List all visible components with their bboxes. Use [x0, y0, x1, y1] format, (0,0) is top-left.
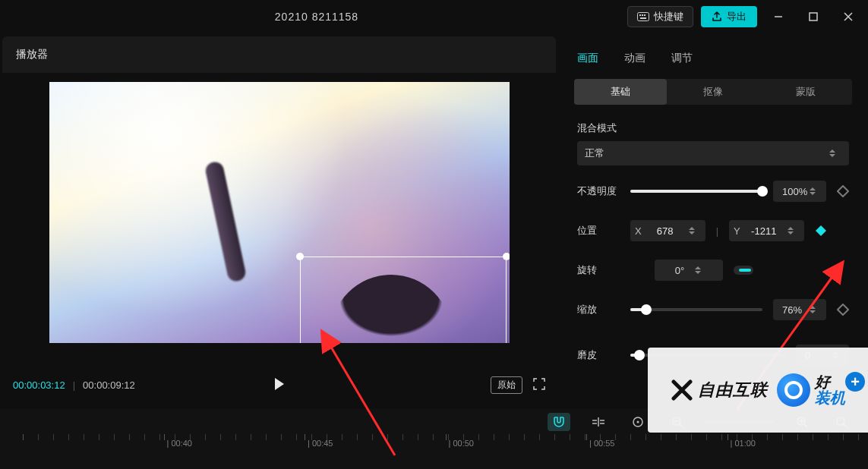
- export-button[interactable]: 导出: [701, 6, 757, 27]
- position-keyframe[interactable]: [815, 225, 827, 237]
- shortcuts-label: 快捷键: [654, 10, 683, 24]
- watermark-logo-icon: [777, 373, 810, 407]
- opacity-label: 不透明度: [577, 184, 620, 198]
- fullscreen-icon: [533, 378, 545, 390]
- tab-adjust[interactable]: 调节: [671, 52, 693, 65]
- stepper-icon[interactable]: [810, 184, 822, 198]
- minimize-button[interactable]: [765, 6, 792, 27]
- inspector-subtabs: 基础 抠像 蒙版: [574, 79, 852, 105]
- opacity-slider[interactable]: [630, 190, 762, 193]
- magnet-tool[interactable]: [548, 413, 570, 431]
- position-y-field[interactable]: Y -1211: [729, 220, 804, 241]
- watermark-text: 自由互联: [698, 379, 768, 401]
- scale-label: 缩放: [577, 303, 620, 316]
- video-canvas[interactable]: [49, 82, 510, 343]
- position-x-field[interactable]: X 678: [630, 220, 705, 241]
- align-tool[interactable]: [587, 413, 610, 431]
- preview-axis-tool[interactable]: [627, 413, 649, 431]
- stepper-icon[interactable]: [689, 224, 701, 238]
- keyboard-icon: [637, 12, 649, 21]
- svg-rect-3: [644, 14, 645, 16]
- svg-point-7: [637, 421, 639, 423]
- watermark-text: 好: [815, 374, 830, 390]
- stepper-icon[interactable]: [695, 263, 707, 277]
- inspector-tabs: 画面 动画 调节: [560, 41, 866, 79]
- maximize-button[interactable]: [800, 6, 827, 27]
- watermark-text: 装机: [815, 390, 845, 406]
- svg-rect-0: [638, 13, 649, 21]
- export-label: 导出: [727, 10, 746, 24]
- ruler-tick: | 00:55: [589, 439, 614, 448]
- transform-handle[interactable]: [503, 253, 510, 260]
- timeline-ruler[interactable]: | 00:40 | 00:45 | 00:50 | 00:55 | 01:00: [0, 434, 868, 460]
- preview-panel: 播放器 00:00:03:12 | 00:00:09:12 原始: [2, 36, 556, 405]
- watermark-add-icon: +: [845, 372, 865, 392]
- ruler-tick: | 01:00: [731, 439, 756, 448]
- ruler-tick: | 00:45: [308, 439, 333, 448]
- stepper-icon[interactable]: [810, 303, 822, 316]
- watermark-logo-icon: [671, 379, 693, 401]
- rotation-reset[interactable]: [734, 266, 753, 275]
- tab-picture[interactable]: 画面: [577, 52, 598, 65]
- opacity-value[interactable]: 100%: [773, 181, 826, 202]
- scale-slider[interactable]: [630, 308, 762, 311]
- subtab-basic[interactable]: 基础: [574, 79, 667, 105]
- subtab-cutout[interactable]: 抠像: [667, 79, 759, 105]
- position-x-value: 678: [648, 225, 683, 237]
- axis-y: Y: [734, 225, 740, 237]
- blend-mode-label: 混合模式: [577, 121, 849, 135]
- slider-thumb[interactable]: [634, 350, 645, 360]
- scale-value[interactable]: 76%: [773, 299, 826, 320]
- watermark-overlay: 自由互联 好 装机 +: [648, 348, 868, 433]
- preview-footer: 00:00:03:12 | 00:00:09:12 原始: [2, 364, 556, 405]
- xy-divider: |: [716, 225, 718, 237]
- ruler-tick: | 00:40: [167, 439, 192, 448]
- opacity-keyframe[interactable]: [837, 185, 849, 197]
- subtab-mask[interactable]: 蒙版: [759, 79, 852, 105]
- axis-x: X: [635, 225, 642, 237]
- stepper-icon[interactable]: [788, 224, 800, 238]
- time-separator: |: [73, 379, 75, 391]
- fullscreen-button[interactable]: [533, 378, 545, 392]
- tab-animation[interactable]: 动画: [624, 52, 645, 65]
- total-duration: 00:00:09:12: [83, 379, 135, 391]
- position-y-value: -1211: [746, 225, 781, 237]
- shortcuts-button[interactable]: 快捷键: [627, 6, 693, 27]
- play-button[interactable]: [273, 377, 286, 393]
- aspect-ratio-button[interactable]: 原始: [491, 376, 522, 394]
- transform-bounds[interactable]: [300, 257, 507, 343]
- transform-handle[interactable]: [296, 253, 304, 260]
- rotation-value[interactable]: 0°: [655, 260, 723, 281]
- svg-rect-4: [640, 17, 646, 19]
- scale-keyframe[interactable]: [837, 304, 849, 316]
- aspect-ratio-label: 原始: [497, 379, 516, 390]
- close-button[interactable]: [835, 6, 862, 27]
- slider-thumb[interactable]: [641, 304, 652, 315]
- svg-rect-5: [810, 13, 817, 20]
- svg-rect-1: [639, 14, 641, 16]
- ruler-tick: | 00:50: [449, 439, 474, 448]
- smooth-label: 磨皮: [577, 348, 620, 362]
- preview-title: 播放器: [16, 48, 48, 61]
- export-icon: [712, 11, 722, 22]
- preview-header: 播放器: [2, 36, 556, 73]
- position-label: 位置: [577, 224, 620, 238]
- slider-thumb[interactable]: [757, 186, 768, 197]
- current-time: 00:00:03:12: [13, 379, 65, 391]
- project-title: 20210 8211158: [6, 11, 627, 23]
- svg-rect-2: [642, 14, 643, 16]
- rotation-label: 旋转: [577, 263, 620, 277]
- play-icon: [273, 377, 286, 391]
- blend-mode-value: 正常: [585, 146, 604, 160]
- blend-mode-select[interactable]: 正常: [577, 141, 849, 165]
- title-bar: 20210 8211158 快捷键 导出: [0, 0, 868, 33]
- stepper-icon: [829, 146, 841, 160]
